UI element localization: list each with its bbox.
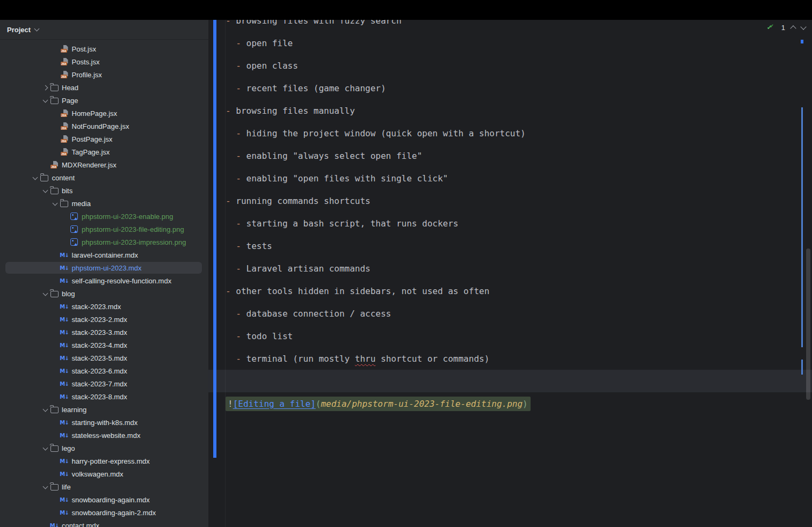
- tree-row-self-calling-resolve-function-mdx[interactable]: M↓self-calling-resolve-function.mdx: [0, 274, 208, 287]
- tree-row-postpage-jsx[interactable]: JSXPostPage.jsx: [0, 133, 208, 145]
- markdown-link-text[interactable]: [Editing a file]: [233, 399, 316, 409]
- tree-row-stateless-website-mdx[interactable]: M↓stateless-website.mdx: [0, 429, 208, 442]
- chevron-down-icon[interactable]: [40, 292, 50, 295]
- jsx-file-icon: JSX: [60, 122, 69, 130]
- editor-scrollbar-thumb[interactable]: [806, 248, 810, 400]
- folder-icon: [60, 199, 69, 208]
- code-analysis-widget[interactable]: ✓✓ 1: [767, 23, 806, 32]
- tree-row-stack-2023-3-mdx[interactable]: M↓stack-2023-3.mdx: [0, 326, 208, 339]
- tree-row-homepage-jsx[interactable]: JSXHomePage.jsx: [0, 107, 208, 120]
- tree-row-stack-2023-2-mdx[interactable]: M↓stack-2023-2.mdx: [0, 313, 208, 326]
- tree-row-tagpage-jsx[interactable]: JSXTagPage.jsx: [0, 145, 208, 158]
- tree-row-phpstorm-ui-2023-file-editing-png[interactable]: phpstorm-ui-2023-file-editing.png: [0, 223, 208, 236]
- error-stripe-change-bar[interactable]: [801, 107, 803, 347]
- tree-row-lego[interactable]: lego: [0, 442, 208, 455]
- editor-caret-line[interactable]: [208, 370, 812, 392]
- editor-line[interactable]: - recent files (game changer): [208, 77, 812, 99]
- previous-problem-icon[interactable]: [790, 25, 796, 31]
- editor-line[interactable]: - terminal (run mostly thru shortcut or …: [208, 347, 812, 370]
- tree-row-post-jsx[interactable]: JSXPost.jsx: [0, 42, 208, 55]
- jsx-file-icon: JSX: [60, 70, 69, 79]
- tree-row-stack-2023-mdx[interactable]: M↓stack-2023.mdx: [0, 300, 208, 313]
- chevron-down-icon[interactable]: [40, 189, 50, 192]
- inspections-check-icon: ✓✓: [767, 23, 775, 32]
- error-stripe-change-bar[interactable]: [801, 360, 803, 375]
- editor-line[interactable]: - todo list: [208, 325, 812, 347]
- next-problem-icon[interactable]: [800, 24, 806, 30]
- tree-item-label: Post.jsx: [72, 45, 97, 53]
- editor-line[interactable]: - starting a bash script, that runs dock…: [208, 212, 812, 235]
- tree-row-learning[interactable]: learning: [0, 403, 208, 416]
- error-stripe-mark[interactable]: [801, 40, 803, 43]
- tree-item-label: stack-2023.mdx: [72, 303, 121, 311]
- tree-row-phpstorm-ui-2023-mdx[interactable]: M↓phpstorm-ui-2023.mdx: [0, 261, 208, 274]
- markdown-close-paren: ): [523, 399, 528, 409]
- tree-row-posts-jsx[interactable]: JSXPosts.jsx: [0, 55, 208, 68]
- folder-icon: [50, 405, 59, 414]
- editor-line[interactable]: - open class: [208, 54, 812, 77]
- tree-row-stack-2023-4-mdx[interactable]: M↓stack-2023-4.mdx: [0, 339, 208, 352]
- editor-line[interactable]: - Laravel artisan commands: [208, 257, 812, 280]
- markdown-open-paren: (: [316, 399, 321, 409]
- vcs-change-stripe: [213, 20, 216, 458]
- editor-line[interactable]: - other tools hidden in sidebars, not us…: [208, 280, 812, 302]
- editor-line[interactable]: - hiding the project window (quick open …: [208, 122, 812, 144]
- editor-line[interactable]: - browsing files manually: [208, 99, 812, 122]
- tree-row-harry-potter-express-mdx[interactable]: M↓harry-potter-express.mdx: [0, 455, 208, 467]
- tree-row-phpstorm-ui-2023-impression-png[interactable]: phpstorm-ui-2023-impression.png: [0, 236, 208, 248]
- tree-row-starting-with-k8s-mdx[interactable]: M↓starting-with-k8s.mdx: [0, 416, 208, 429]
- tree-row-life[interactable]: life: [0, 480, 208, 493]
- tree-row-media[interactable]: media: [0, 197, 208, 210]
- tree-item-label: self-calling-resolve-function.mdx: [72, 277, 172, 285]
- tree-row-stack-2023-8-mdx[interactable]: M↓stack-2023-8.mdx: [0, 390, 208, 403]
- editor-line[interactable]: - open file: [208, 32, 812, 54]
- tree-item-label: volkswagen.mdx: [72, 470, 124, 478]
- chevron-down-icon[interactable]: [31, 177, 40, 179]
- editor-line[interactable]: - enabling "always select open file": [208, 144, 812, 167]
- tree-row-phpstorm-ui-2023-enable-png[interactable]: phpstorm-ui-2023-enable.png: [0, 210, 208, 223]
- editor-line[interactable]: - running commands shortcuts: [208, 189, 812, 212]
- tree-row-volkswagen-mdx[interactable]: M↓volkswagen.mdx: [0, 467, 208, 480]
- tree-row-stack-2023-6-mdx[interactable]: M↓stack-2023-6.mdx: [0, 364, 208, 377]
- list-bullet-dash: -: [236, 83, 246, 93]
- editor-image-line[interactable]: ![Editing a file](media/phpstorm-ui-2023…: [208, 392, 812, 415]
- folder-icon: [40, 173, 49, 182]
- tree-row-stack-2023-7-mdx[interactable]: M↓stack-2023-7.mdx: [0, 377, 208, 390]
- tree-row-head[interactable]: Head: [0, 81, 208, 94]
- tree-row-mdxrenderer-jsx[interactable]: JSXMDXRenderer.jsx: [0, 158, 208, 171]
- tree-item-label: learning: [62, 406, 86, 414]
- tree-row-laravel-container-mdx[interactable]: M↓laravel-container.mdx: [0, 248, 208, 261]
- chevron-down-icon[interactable]: [50, 202, 60, 205]
- editor-line[interactable]: - tests: [208, 235, 812, 257]
- tree-row-page[interactable]: Page: [0, 94, 208, 107]
- project-tool-window-header[interactable]: Project: [0, 20, 208, 40]
- tree-item-label: starting-with-k8s.mdx: [72, 419, 138, 427]
- tree-item-label: Page: [62, 97, 78, 105]
- tree-row-stack-2023-5-mdx[interactable]: M↓stack-2023-5.mdx: [0, 352, 208, 364]
- tree-item-label: laravel-container.mdx: [72, 251, 139, 259]
- tree-row-snowboarding-again-2-mdx[interactable]: M↓snowboarding-again-2.mdx: [0, 506, 208, 519]
- editor-lines[interactable]: - browsing files with fuzzy search - ope…: [208, 9, 812, 415]
- tree-row-bits[interactable]: bits: [0, 184, 208, 197]
- chevron-down-icon[interactable]: [40, 408, 50, 411]
- folder-icon: [50, 444, 59, 452]
- chevron-down-icon[interactable]: [40, 486, 50, 488]
- tree-row-notfoundpage-jsx[interactable]: JSXNotFoundPage.jsx: [0, 120, 208, 133]
- tree-row-profile-jsx[interactable]: JSXProfile.jsx: [0, 68, 208, 81]
- tree-row-blog[interactable]: blog: [0, 287, 208, 300]
- chevron-down-icon[interactable]: [40, 99, 50, 102]
- tree-item-label: snowboarding-again.mdx: [72, 496, 150, 504]
- tree-row-content[interactable]: content: [0, 171, 208, 184]
- folder-icon: [50, 289, 59, 298]
- chevron-right-icon[interactable]: [40, 86, 50, 90]
- editor-line[interactable]: - enabling "open files with single click…: [208, 167, 812, 189]
- editor-line[interactable]: - database connection / access: [208, 302, 812, 325]
- list-bullet-dash: -: [236, 354, 246, 364]
- tree-item-label: harry-potter-express.mdx: [72, 457, 150, 465]
- tree-row-snowboarding-again-mdx[interactable]: M↓snowboarding-again.mdx: [0, 493, 208, 506]
- markdown-file-icon: M↓: [60, 431, 69, 440]
- chevron-down-icon[interactable]: [40, 447, 50, 450]
- tree-item-label: Posts.jsx: [72, 58, 100, 66]
- tree-row-contact-mdx[interactable]: M↓contact.mdx: [0, 519, 208, 527]
- markdown-file-icon: M↓: [60, 508, 69, 517]
